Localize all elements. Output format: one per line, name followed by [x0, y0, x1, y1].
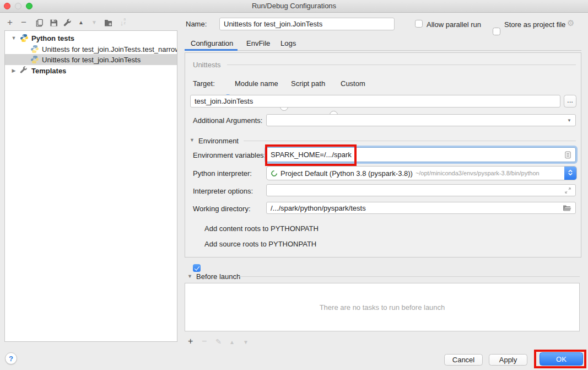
tree-item-label: Unittests for test_join.JoinTests.test_n…	[42, 45, 177, 53]
env-variables-list-icon[interactable]	[564, 151, 571, 159]
environment-divider	[244, 141, 576, 141]
before-launch-move-up-icon-disabled: ▲	[229, 339, 235, 345]
environment-section-title: Environment	[198, 137, 239, 145]
apply-button-label: Apply	[499, 356, 517, 364]
tab-envfile[interactable]: EnvFile	[246, 39, 270, 47]
before-launch-empty-text: There are no tasks to run before launch	[320, 303, 445, 312]
environment-variables-input[interactable]: SPARK_HOME=/.../spark	[266, 147, 576, 162]
tree-item-python-tests[interactable]: ▼ Python tests	[5, 33, 177, 44]
move-up-icon[interactable]: ▲	[76, 17, 86, 28]
active-tab-underline	[185, 49, 238, 51]
ok-button[interactable]: OK	[540, 352, 583, 366]
python-interpreter-value: Project Default (Python 3.8 (pyspark-3.8…	[280, 169, 413, 178]
edit-templates-wrench-icon[interactable]	[62, 17, 72, 28]
allow-parallel-run-checkbox[interactable]	[415, 20, 423, 28]
conda-environment-icon	[270, 169, 279, 178]
before-launch-edit-pencil-icon-disabled: ✎	[215, 337, 222, 346]
before-launch-collapse-icon[interactable]: ▼	[187, 274, 192, 279]
environment-variables-label: Environment variables:	[193, 151, 266, 159]
cancel-button[interactable]: Cancel	[444, 354, 483, 366]
before-launch-move-down-icon-disabled: ▼	[243, 339, 249, 345]
window-title: Run/Debug Configurations	[0, 0, 588, 12]
chevron-up-down-icon	[568, 168, 573, 179]
cancel-button-label: Cancel	[452, 356, 474, 364]
sort-configurations-icon-disabled: ↓az	[118, 17, 128, 28]
working-directory-input[interactable]: /.../spark/python/pyspark/tests	[266, 202, 576, 214]
target-label: Target:	[193, 79, 215, 88]
tree-item-label: Python tests	[31, 34, 74, 42]
working-directory-label: Working directory:	[193, 205, 251, 213]
folder-browse-icon[interactable]	[563, 205, 571, 212]
run-debug-configurations-dialog: Run/Debug Configurations + − ▲ ▼ ↓az ▼ P…	[0, 0, 588, 370]
apply-button[interactable]: Apply	[489, 354, 527, 366]
before-launch-divider	[239, 276, 580, 277]
tab-configuration[interactable]: Configuration	[191, 39, 233, 47]
module-name-value: test_join.JoinTests	[195, 97, 253, 105]
remove-configuration-icon[interactable]: −	[19, 17, 29, 28]
before-launch-remove-icon-disabled: −	[202, 336, 207, 346]
tree-item-label: Unittests for test_join.JoinTests	[42, 56, 141, 64]
radio-script-path-label: Script path	[291, 79, 325, 88]
add-content-roots-checkbox[interactable]	[193, 264, 201, 272]
add-content-roots-label: Add content roots to PYTHONPATH	[204, 224, 319, 233]
before-launch-task-list: There are no tasks to run before launch	[185, 283, 580, 331]
working-directory-value: /.../spark/python/pyspark/tests	[271, 204, 366, 212]
copy-configuration-icon[interactable]	[34, 17, 44, 28]
name-value: Unittests for test_join.JoinTests	[224, 20, 322, 28]
name-input[interactable]: Unittests for test_join.JoinTests	[219, 18, 395, 30]
save-configuration-icon[interactable]	[48, 17, 58, 28]
python-interpreter-combobox[interactable]: Project Default (Python 3.8 (pyspark-3.8…	[266, 166, 577, 180]
python-test-icon	[30, 55, 39, 64]
store-as-project-file-checkbox[interactable]	[493, 28, 500, 35]
python-tests-icon	[20, 34, 29, 42]
ok-button-label: OK	[556, 355, 567, 363]
store-as-project-file-label: Store as project file	[504, 20, 565, 29]
help-button[interactable]: ?	[5, 352, 17, 364]
chevron-right-icon[interactable]: ▶	[11, 68, 17, 73]
name-label: Name:	[186, 20, 207, 28]
tree-item-templates[interactable]: ▶ Templates	[5, 65, 177, 76]
radio-module-name-label: Module name	[235, 79, 278, 88]
additional-arguments-label: Additional Arguments:	[193, 116, 262, 125]
ellipsis-icon: ...	[567, 96, 573, 104]
add-source-roots-label: Add source roots to PYTHONPATH	[204, 240, 316, 248]
chevron-down-icon[interactable]: ▼	[11, 35, 17, 41]
interpreter-dropdown-button[interactable]	[564, 167, 576, 180]
allow-parallel-run-label: Allow parallel run	[427, 20, 481, 29]
new-folder-icon[interactable]	[104, 17, 114, 28]
gear-icon[interactable]: ⚙	[567, 18, 574, 28]
interpreter-options-label: Interpreter options:	[193, 187, 253, 195]
radio-custom-label: Custom	[341, 79, 365, 88]
environment-collapse-icon[interactable]: ▼	[190, 137, 195, 143]
move-down-icon-disabled: ▼	[89, 17, 99, 28]
group-divider	[227, 65, 576, 65]
tree-item-label: Templates	[31, 67, 66, 75]
python-interpreter-path: ~/opt/miniconda3/envs/pyspark-3.8/bin/py…	[416, 170, 540, 176]
arguments-expand-icon[interactable]: ▼	[567, 118, 571, 123]
configuration-tree: ▼ Python tests Unittests for test_join.J…	[4, 30, 177, 342]
tree-item-unittest-narrow[interactable]: Unittests for test_join.JoinTests.test_n…	[5, 44, 177, 55]
wrench-icon	[20, 66, 29, 75]
expand-field-icon[interactable]	[564, 187, 571, 194]
python-interpreter-label: Python interpreter:	[193, 169, 252, 178]
before-launch-add-icon[interactable]: +	[188, 336, 193, 346]
module-name-input[interactable]: test_join.JoinTests	[190, 95, 560, 108]
environment-variables-value: SPARK_HOME=/.../spark	[271, 151, 352, 159]
additional-arguments-input[interactable]: ▼	[266, 114, 576, 126]
before-launch-title: Before launch	[196, 272, 240, 281]
interpreter-options-input[interactable]	[266, 184, 576, 196]
unittests-group-title: Unittests	[193, 61, 221, 69]
tab-logs[interactable]: Logs	[280, 39, 296, 47]
browse-module-button[interactable]: ...	[564, 95, 576, 108]
add-configuration-icon[interactable]: +	[5, 17, 15, 28]
python-test-icon	[30, 45, 39, 53]
tab-divider	[238, 50, 581, 51]
tree-item-unittest-jointests-selected[interactable]: Unittests for test_join.JoinTests	[5, 54, 177, 65]
